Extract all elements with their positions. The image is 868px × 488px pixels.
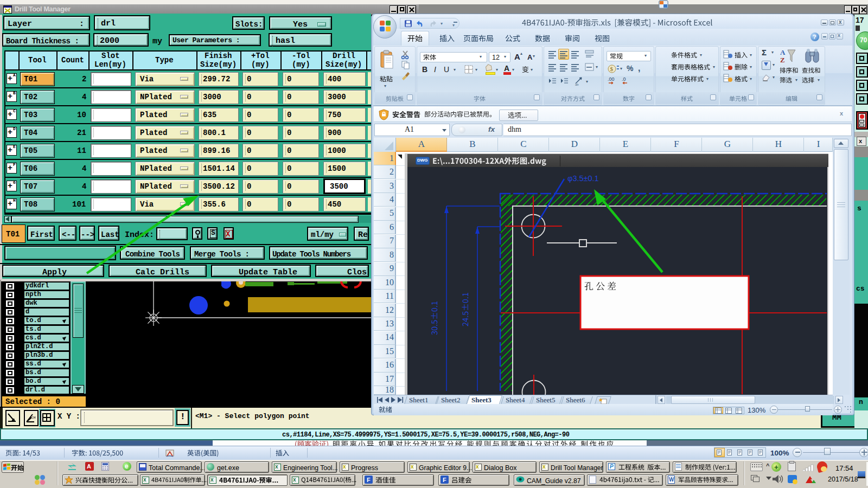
svg-text:.0: .0 xyxy=(622,76,626,82)
svg-text:$: $ xyxy=(610,66,614,72)
svg-text:A: A xyxy=(780,48,786,56)
svg-text:ab: ab xyxy=(575,82,579,86)
svg-text:Z: Z xyxy=(780,56,785,64)
svg-text:.00: .00 xyxy=(608,76,615,82)
svg-text:OK: OK xyxy=(31,416,36,419)
